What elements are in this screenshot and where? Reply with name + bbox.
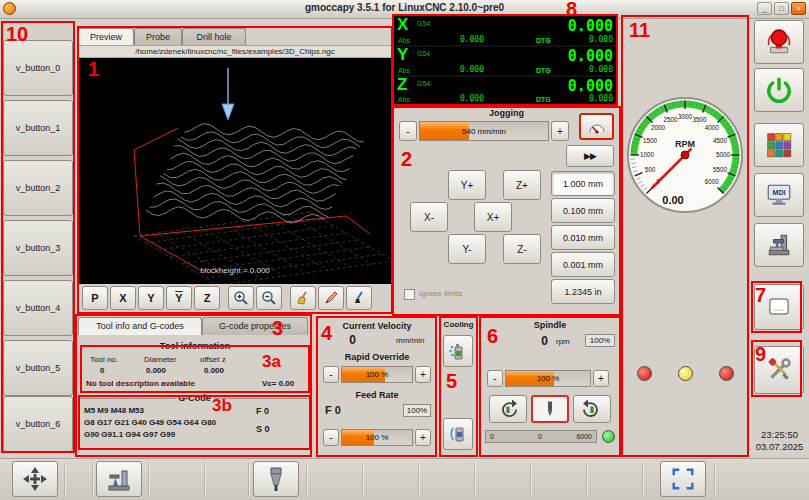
tool-editor-button[interactable]: [754, 284, 804, 330]
rapid-override-bar[interactable]: 100 %: [341, 366, 413, 383]
mdi-icon: MDI: [765, 181, 793, 209]
speedometer-icon: [587, 119, 607, 135]
sidebar-v-button-3[interactable]: v_button_3: [3, 220, 73, 276]
zoom-out-button[interactable]: [256, 286, 282, 310]
jog-y-minus-button[interactable]: Y-: [448, 234, 486, 264]
settings-page-button[interactable]: [754, 346, 804, 394]
toolbar-separator: [418, 463, 419, 496]
sidebar-v-button-0[interactable]: v_button_0: [3, 40, 73, 96]
estop-button[interactable]: [754, 20, 804, 64]
svg-text:1500: 1500: [643, 137, 658, 144]
tool-measurement-button[interactable]: [96, 461, 142, 497]
edit-gcode-button[interactable]: [318, 286, 344, 310]
maximize-button[interactable]: □: [774, 2, 789, 15]
rapid-minus-button[interactable]: -: [323, 366, 339, 383]
tool-no-header: Tool no.: [90, 355, 118, 364]
spindle-ccw-button[interactable]: [489, 395, 527, 423]
jog-velocity-toggle-button[interactable]: [579, 113, 614, 140]
jog-x-minus-button[interactable]: X-: [410, 202, 448, 232]
ignore-limits-checkbox[interactable]: [404, 289, 415, 300]
gmoccapy-window: gmoccapy 3.5.1 for LinuxCNC 2.10.0~pre0 …: [0, 0, 809, 500]
feed-minus-button[interactable]: -: [323, 429, 339, 446]
tool-holder-icon: [262, 465, 290, 493]
gremlin-3d-preview[interactable]: blockheight = 0.000: [78, 58, 392, 284]
spindle-plus-button[interactable]: +: [593, 370, 609, 387]
diameter-header: Diameter: [144, 355, 176, 364]
increment-1mm-button[interactable]: 1.000 mm: [551, 171, 615, 196]
feed-rate-bar[interactable]: 100 %: [341, 429, 413, 446]
increment-inch-button[interactable]: 1.2345 in: [551, 279, 615, 304]
tool-no-value: 0: [100, 366, 104, 375]
flood-icon: [448, 422, 468, 446]
ignore-limits-label: Ignore limits: [419, 289, 462, 298]
status-led-middle: [678, 366, 693, 381]
zoom-in-icon: [233, 290, 249, 306]
svg-text:5000: 5000: [716, 151, 731, 158]
auto-mode-button[interactable]: [754, 223, 804, 267]
feed-plus-button[interactable]: +: [415, 429, 431, 446]
spindle-speed-scale[interactable]: 0 0 6000: [485, 430, 597, 443]
machine-icon: [765, 231, 793, 259]
zoom-in-button[interactable]: [228, 286, 254, 310]
active-gcodes-2: G90 G91.1 G94 G97 G99: [84, 430, 175, 439]
increment-001mm-button[interactable]: 0.010 mm: [551, 225, 615, 250]
jog-speed-minus-button[interactable]: -: [399, 121, 417, 141]
svg-text:500: 500: [645, 166, 656, 173]
spindle-title: Spindle: [479, 320, 621, 330]
sidebar-v-button-2[interactable]: v_button_2: [3, 160, 73, 216]
fullscreen-button[interactable]: [660, 461, 706, 497]
flood-coolant-button[interactable]: [443, 418, 473, 450]
jog-z-plus-button[interactable]: Z+: [503, 170, 541, 200]
view-y-button[interactable]: Y: [138, 286, 164, 310]
close-button[interactable]: ×: [791, 2, 806, 15]
sidebar-v-button-1[interactable]: v_button_1: [3, 100, 73, 156]
jog-x-plus-button[interactable]: X+: [474, 202, 512, 232]
crossed-tools-icon: [765, 356, 793, 384]
sidebar-v-button-6[interactable]: v_button_6: [3, 396, 73, 452]
tab-drill-hole[interactable]: Drill hole: [182, 28, 246, 45]
spindle-cw-button[interactable]: [573, 395, 611, 423]
view-x-button[interactable]: X: [110, 286, 136, 310]
machine-on-button[interactable]: [754, 68, 804, 112]
toolbar-separator: [306, 463, 307, 496]
sidebar-v-button-5[interactable]: v_button_5: [3, 340, 73, 396]
jog-speed-bar[interactable]: 540 mm/min: [419, 121, 549, 141]
mist-coolant-button[interactable]: [443, 335, 473, 367]
status-led-left: [637, 366, 652, 381]
draw-dimensions-button[interactable]: [346, 286, 372, 310]
mdi-mode-button[interactable]: MDI: [754, 173, 804, 217]
brush-icon: [351, 290, 367, 306]
spindle-tool-button[interactable]: [253, 461, 299, 497]
increment-0001mm-button[interactable]: 0.001 mm: [551, 252, 615, 277]
tab-probe[interactable]: Probe: [134, 28, 182, 45]
toolbar-separator: [530, 463, 531, 496]
touch-off-button[interactable]: [12, 461, 58, 497]
tab-gcode-properties[interactable]: G-code properties: [202, 317, 308, 335]
annotation-label-5: 5: [446, 370, 457, 393]
increment-01mm-button[interactable]: 0.100 mm: [551, 198, 615, 223]
current-velocity-unit: mm/min: [396, 336, 424, 345]
svg-text:2500: 2500: [663, 116, 678, 123]
active-feed: F 0: [256, 406, 269, 416]
vc-value: Vc= 0.00: [262, 379, 294, 388]
jog-z-minus-button[interactable]: Z-: [503, 234, 541, 264]
jog-y-plus-button[interactable]: Y+: [448, 170, 486, 200]
jog-fast-forward-button[interactable]: ▶▶: [566, 145, 614, 167]
view-z-button[interactable]: Z: [194, 286, 220, 310]
spindle-stop-button[interactable]: [531, 395, 569, 423]
user-tabs-button[interactable]: [754, 123, 804, 167]
view-perspective-button[interactable]: P: [82, 286, 108, 310]
spindle-minus-button[interactable]: -: [487, 370, 503, 387]
jog-speed-plus-button[interactable]: +: [551, 121, 569, 141]
minimize-button[interactable]: _: [757, 2, 772, 15]
clear-plot-button[interactable]: [290, 286, 316, 310]
view-y2-button[interactable]: Y: [166, 286, 192, 310]
sidebar-v-button-4[interactable]: v_button_4: [3, 280, 73, 336]
spindle-percent-box: 100%: [585, 334, 615, 347]
tab-preview[interactable]: Preview: [78, 28, 134, 45]
rapid-plus-button[interactable]: +: [415, 366, 431, 383]
spindle-override-bar[interactable]: 100 %: [505, 370, 591, 387]
toolbar-separator: [714, 463, 715, 496]
feed-percent-box: 100%: [403, 404, 431, 417]
tab-tool-info[interactable]: Tool info and G-codes: [78, 317, 202, 335]
